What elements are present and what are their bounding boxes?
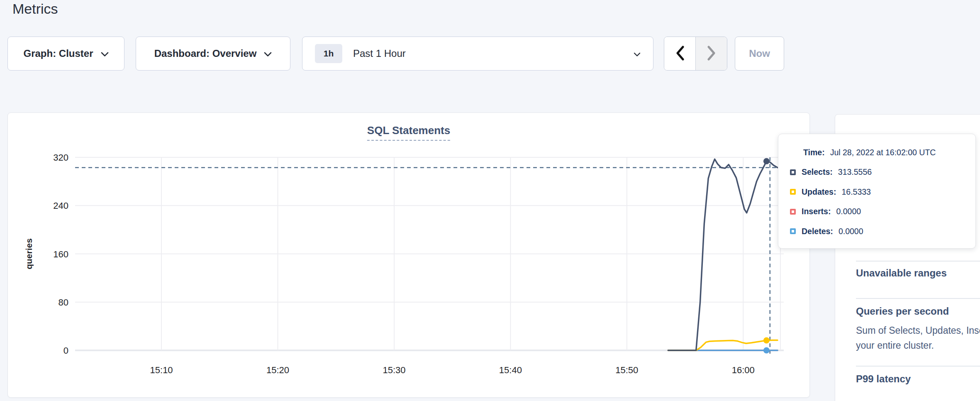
tooltip-time-value: Jul 28, 2022 at 16:02:00 UTC <box>830 148 936 157</box>
tooltip-row-updates: Updates: 16.5333 <box>790 187 871 197</box>
deletes-series-swatch-icon <box>790 228 796 234</box>
sidebar-heading-unavailable-ranges: Unavailable ranges <box>856 267 947 279</box>
sql-statements-chart-card: SQL Statements 08016024032015:1015:2015:… <box>7 112 810 398</box>
tooltip-row-inserts: Inserts: 0.0000 <box>790 206 861 217</box>
tooltip-time-label: Time: <box>803 148 825 157</box>
next-time-button[interactable] <box>695 37 727 70</box>
chevron-down-icon <box>101 48 109 59</box>
svg-text:15:50: 15:50 <box>615 365 638 375</box>
tooltip-row-selects: Selects: 313.5556 <box>790 167 872 177</box>
svg-text:0: 0 <box>63 345 68 356</box>
updates-series-swatch-icon <box>790 189 796 195</box>
sidebar-description-queries-per-second: Sum of Selects, Updates, Inseryour entir… <box>856 323 980 353</box>
dashboard-dropdown-label: Dashboard: Overview <box>154 48 257 59</box>
inserts-series-swatch-icon <box>790 209 796 215</box>
prev-time-button[interactable] <box>664 37 695 70</box>
sidebar-divider <box>856 298 980 299</box>
sidebar-divider <box>856 366 980 367</box>
time-range-badge: 1h <box>315 44 342 63</box>
svg-text:15:10: 15:10 <box>150 365 173 375</box>
graph-dropdown[interactable]: Graph: Cluster <box>7 37 124 71</box>
time-range-label: Past 1 Hour <box>353 48 626 59</box>
chevron-down-icon <box>264 48 272 59</box>
tooltip-row-deletes: Deletes: 0.0000 <box>790 226 863 237</box>
chevron-right-icon <box>707 46 716 62</box>
svg-text:queries: queries <box>24 238 34 269</box>
tooltip-time-row: Time: Jul 28, 2022 at 16:02:00 UTC <box>803 147 936 158</box>
svg-text:15:30: 15:30 <box>383 365 405 375</box>
chevron-left-icon <box>675 46 685 62</box>
sidebar-divider <box>856 261 980 262</box>
selects-series-swatch-icon <box>790 169 796 175</box>
sidebar-heading-p99-latency: P99 latency <box>856 373 911 385</box>
chart-hover-tooltip: Time: Jul 28, 2022 at 16:02:00 UTC Selec… <box>778 134 976 249</box>
page-title: Metrics <box>12 1 58 17</box>
svg-text:80: 80 <box>59 297 68 308</box>
time-range-selector[interactable]: 1h Past 1 Hour <box>302 37 653 71</box>
dashboard-dropdown[interactable]: Dashboard: Overview <box>136 37 290 71</box>
now-button[interactable]: Now <box>735 37 784 71</box>
time-nav-group <box>664 37 727 71</box>
graph-dropdown-label: Graph: Cluster <box>23 48 93 59</box>
svg-text:15:20: 15:20 <box>266 365 289 375</box>
svg-text:240: 240 <box>53 200 68 211</box>
sidebar-heading-queries-per-second: Queries per second <box>856 306 949 317</box>
sql-statements-chart[interactable]: 08016024032015:1015:2015:3015:4015:5016:… <box>8 113 810 398</box>
svg-text:16:00: 16:00 <box>732 365 755 375</box>
chevron-down-icon <box>634 48 641 59</box>
svg-text:160: 160 <box>53 249 68 259</box>
svg-text:15:40: 15:40 <box>499 365 522 375</box>
svg-text:320: 320 <box>53 152 68 163</box>
